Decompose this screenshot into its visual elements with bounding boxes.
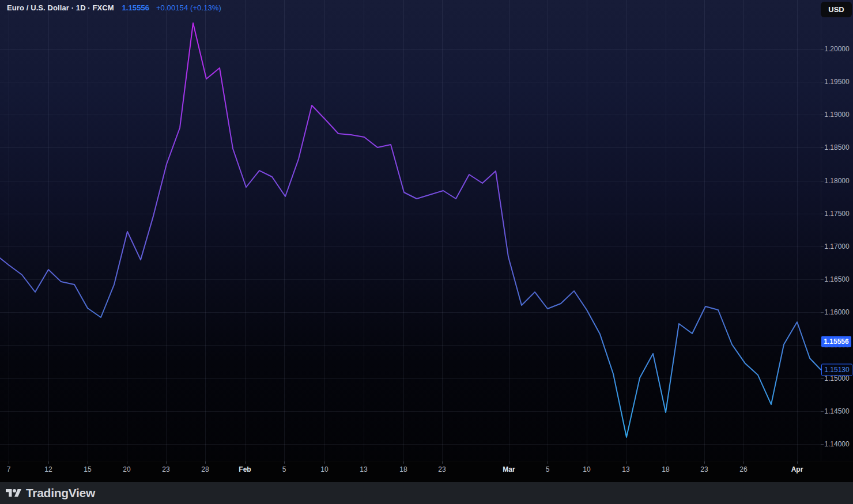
price-axis-label: 1.17000 bbox=[821, 242, 853, 251]
price-axis-label: 1.18000 bbox=[821, 177, 853, 185]
time-axis-tick bbox=[88, 461, 88, 464]
symbol-header: Euro / U.S. Dollar · 1D · FXCM 1.15556 +… bbox=[7, 3, 221, 12]
price-axis-label: 1.17500 bbox=[821, 210, 853, 218]
time-axis-label: 13 bbox=[622, 465, 629, 473]
tradingview-chart-widget: Euro / U.S. Dollar · 1D · FXCM 1.15556 +… bbox=[0, 0, 853, 504]
prev-close-badge[interactable]: 1.15130 bbox=[821, 364, 852, 376]
time-axis-tick bbox=[548, 461, 548, 464]
time-axis-tick bbox=[797, 461, 798, 464]
price-axis-label: 1.14500 bbox=[821, 407, 853, 415]
time-axis-label: 10 bbox=[583, 465, 590, 473]
time-axis-label: 23 bbox=[700, 465, 708, 473]
time-axis-tick bbox=[704, 461, 705, 464]
time-axis-label: Feb bbox=[239, 465, 251, 473]
time-axis-label: 28 bbox=[201, 465, 209, 473]
price-axis-label: 1.19000 bbox=[821, 111, 853, 119]
price-change-value: +0.00154 (+0.13%) bbox=[156, 3, 221, 12]
time-axis-tick bbox=[626, 461, 626, 464]
time-axis-tick bbox=[743, 461, 744, 464]
time-axis-label: 10 bbox=[320, 465, 328, 473]
time-axis-label: Mar bbox=[503, 465, 515, 473]
last-price-badge[interactable]: 1.15556 bbox=[821, 336, 851, 347]
time-axis-label: 20 bbox=[123, 465, 130, 473]
time-axis-tick bbox=[324, 461, 325, 464]
price-line bbox=[0, 23, 821, 437]
time-axis-label: 18 bbox=[399, 465, 407, 473]
time-axis-label: 5 bbox=[282, 465, 286, 473]
tradingview-wordmark[interactable]: TradingView bbox=[26, 486, 95, 500]
price-axis-label: 1.18500 bbox=[821, 143, 853, 151]
price-axis-label: 1.14000 bbox=[821, 440, 853, 448]
time-axis-tick bbox=[442, 461, 443, 464]
time-axis-label: 23 bbox=[162, 465, 169, 473]
time-axis-tick bbox=[666, 461, 666, 464]
time-axis-label: 12 bbox=[44, 465, 52, 473]
time-axis-tick bbox=[245, 461, 246, 464]
price-axis-label: 1.16000 bbox=[821, 308, 853, 316]
currency-toggle-button[interactable]: USD bbox=[821, 2, 852, 17]
time-axis-tick bbox=[284, 461, 285, 464]
time-axis-tick bbox=[364, 461, 364, 464]
price-chart[interactable] bbox=[0, 0, 853, 461]
footer-bar: TradingView bbox=[0, 482, 853, 504]
price-axis-label: 1.16500 bbox=[821, 275, 853, 283]
time-axis[interactable]: 71215202328Feb510131823Mar51013182326Apr bbox=[0, 461, 853, 483]
price-axis-label: 1.20000 bbox=[821, 45, 853, 53]
time-axis-tick bbox=[509, 461, 509, 464]
time-axis-tick bbox=[48, 461, 49, 464]
time-axis-label: 7 bbox=[7, 465, 11, 473]
tradingview-logo-icon[interactable] bbox=[6, 487, 21, 499]
time-axis-tick bbox=[166, 461, 167, 464]
price-axis[interactable]: 1.200001.195001.190001.185001.180001.175… bbox=[821, 0, 853, 461]
time-axis-label: 18 bbox=[662, 465, 669, 473]
time-axis-tick bbox=[403, 461, 404, 464]
time-axis-label: 5 bbox=[546, 465, 550, 473]
last-price-value: 1.15556 bbox=[122, 3, 149, 12]
time-axis-label: 13 bbox=[360, 465, 367, 473]
time-axis-label: 15 bbox=[84, 465, 91, 473]
time-axis-tick bbox=[9, 461, 9, 464]
time-axis-label: 23 bbox=[438, 465, 446, 473]
time-axis-tick bbox=[205, 461, 206, 464]
time-axis-tick bbox=[127, 461, 127, 464]
symbol-title[interactable]: Euro / U.S. Dollar · 1D · FXCM bbox=[7, 3, 114, 12]
price-axis-label: 1.19500 bbox=[821, 78, 853, 86]
time-axis-label: 26 bbox=[739, 465, 747, 473]
time-axis-label: Apr bbox=[791, 465, 803, 473]
time-axis-tick bbox=[587, 461, 587, 464]
